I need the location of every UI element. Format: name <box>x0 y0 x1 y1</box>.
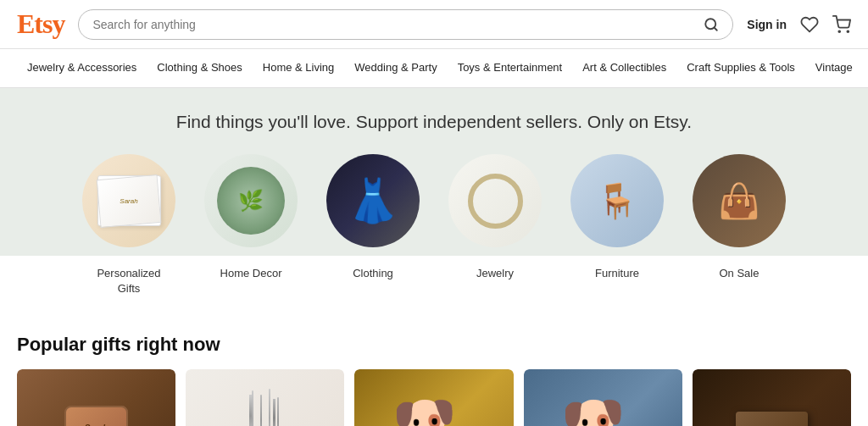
product-card-dog2[interactable]: 🐕 <box>524 369 682 426</box>
category-clothing[interactable]: 👗 <box>322 154 424 256</box>
category-labels-row: PersonalizedGifts Home Decor Clothing Je… <box>0 256 868 313</box>
jewelry-icon <box>468 174 523 229</box>
nav-item-clothing[interactable]: Clothing & Shoes <box>147 49 252 87</box>
favorites-button[interactable] <box>800 15 819 34</box>
necklace-chain-1 <box>252 390 253 426</box>
search-input[interactable] <box>92 18 704 31</box>
dog-emoji-2: 🐕 <box>560 397 645 426</box>
homedecor-icon: 🌿 <box>217 167 285 235</box>
leather-box-shape: Sarah 🌸 <box>64 406 128 426</box>
category-label-furniture[interactable]: Furniture <box>566 266 668 296</box>
hero-tagline: Find things you'll love. Support indepen… <box>34 112 834 132</box>
category-jewelry[interactable] <box>444 154 546 256</box>
product-card-necklace[interactable] <box>186 369 344 426</box>
etsy-logo[interactable]: Etsy <box>17 8 64 40</box>
category-homedecor[interactable]: 🌿 <box>200 154 302 256</box>
product-image-leather-box: Sarah 🌸 <box>17 369 175 426</box>
search-icon <box>704 17 719 32</box>
heart-icon <box>800 15 819 34</box>
nav-item-toys[interactable]: Toys & Entertainment <box>448 49 573 87</box>
category-label-onsale[interactable]: On Sale <box>688 266 790 296</box>
categories-circles-row: Sarah 🌿 👗 🪑 <box>34 154 834 256</box>
necklace-chain-3 <box>269 389 270 426</box>
cart-button[interactable] <box>832 15 851 34</box>
popular-gifts-section: Popular gifts right now Sarah 🌸 <box>0 313 868 426</box>
header: Etsy Sign in <box>0 0 868 49</box>
personalized-icon: Sarah <box>97 175 161 226</box>
nav-item-craft[interactable]: Craft Supplies & Tools <box>676 49 805 87</box>
search-bar <box>78 9 733 40</box>
product-card-leather-box[interactable]: Sarah 🌸 <box>17 369 175 426</box>
dog-emoji-1: 🐕 <box>392 397 476 426</box>
necklace-chain-4 <box>277 397 279 426</box>
category-label-jewelry[interactable]: Jewelry <box>444 266 546 296</box>
header-actions: Sign in <box>747 15 851 34</box>
clothing-icon: 👗 <box>347 176 399 225</box>
svg-line-1 <box>715 27 717 30</box>
category-label-clothing[interactable]: Clothing <box>322 266 424 296</box>
svg-point-3 <box>847 30 849 32</box>
sign-in-link[interactable]: Sign in <box>747 18 787 31</box>
product-image-necklace <box>186 369 344 426</box>
category-label-personalized[interactable]: PersonalizedGifts <box>78 266 180 296</box>
category-onsale[interactable]: 👜 <box>688 154 790 256</box>
hero-banner: Find things you'll love. Support indepen… <box>0 88 868 256</box>
product-card-wallet[interactable]: ▶ <box>693 369 851 426</box>
nav-item-art[interactable]: Art & Collectibles <box>572 49 676 87</box>
category-label-homedecor[interactable]: Home Decor <box>200 266 302 296</box>
nav-item-jewelry[interactable]: Jewelry & Accessories <box>17 49 147 87</box>
product-image-dog2: 🐕 <box>524 369 682 426</box>
product-card-dog1[interactable]: 🐕 <box>354 369 513 426</box>
nav-item-home[interactable]: Home & Living <box>253 49 345 87</box>
wallet-shape <box>736 412 808 426</box>
search-button[interactable] <box>704 17 719 32</box>
popular-gifts-title: Popular gifts right now <box>17 334 851 356</box>
furniture-icon: 🪑 <box>596 181 638 221</box>
cart-icon <box>832 15 851 34</box>
nav-item-wedding[interactable]: Wedding & Party <box>344 49 447 87</box>
nav-item-vintage[interactable]: Vintage <box>805 49 863 87</box>
products-row: Sarah 🌸 🐕 � <box>17 369 851 426</box>
necklace-chain-2 <box>260 395 262 426</box>
category-furniture[interactable]: 🪑 <box>566 154 668 256</box>
product-image-wallet <box>693 369 851 426</box>
product-image-dog1: 🐕 <box>354 369 513 426</box>
main-nav: Jewelry & Accessories Clothing & Shoes H… <box>0 49 868 88</box>
onsale-icon: 👜 <box>718 181 760 221</box>
svg-point-2 <box>838 30 840 32</box>
category-personalized[interactable]: Sarah <box>78 154 180 256</box>
